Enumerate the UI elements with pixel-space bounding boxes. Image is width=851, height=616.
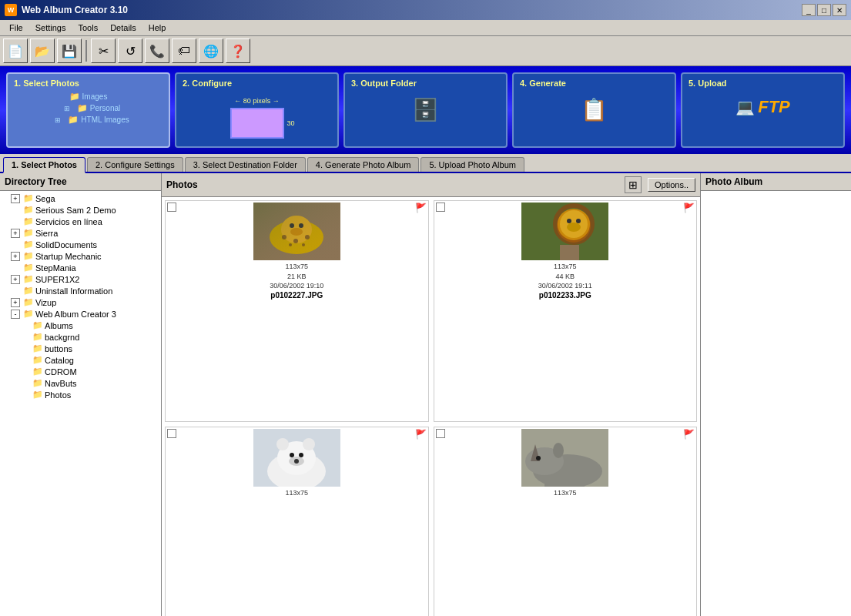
menu-item-details[interactable]: Details	[104, 22, 142, 34]
photo-flag-icon: 🚩	[683, 203, 695, 213]
steps-panel: 1. Select Photos📁 Images⊞ 📁 Personal⊞ 📁 …	[0, 66, 851, 154]
tree-node[interactable]: 📁 CDROM	[2, 366, 159, 377]
tree-node[interactable]: 📁 Servicios en línea	[2, 216, 159, 227]
tag-tool-button[interactable]: 🏷	[172, 38, 196, 63]
photo-flag-icon: 🚩	[415, 203, 427, 213]
app-title: Web Album Creator 3.10	[22, 5, 802, 15]
tree-node[interactable]: -📁 Web Album Creator 3	[2, 308, 159, 320]
album-header: Photo Album	[701, 173, 851, 191]
tree-node[interactable]: 📁 Catalog	[2, 354, 159, 366]
svg-point-17	[576, 219, 581, 223]
open-tool-button[interactable]: 📂	[30, 38, 55, 63]
photos-grid: 🚩 113x7521 KB30/06/2002 19:10p0102227.JP…	[162, 197, 700, 616]
step-box-1[interactable]: 1. Select Photos📁 Images⊞ 📁 Personal⊞ 📁 …	[6, 72, 170, 148]
svg-point-34	[553, 443, 564, 458]
tree-content[interactable]: +📁 Sega📁 Serious Sam 2 Demo📁 Servicios e…	[0, 191, 161, 616]
svg-rect-11	[253, 203, 340, 260]
tree-node[interactable]: +📁 Startup Mechanic	[2, 250, 159, 262]
photo-filename: p0102233.JPG	[539, 291, 591, 300]
tab-3.-select-destination-folder[interactable]: 3. Select Destination Folder	[185, 157, 306, 172]
folder-icon: 📁	[23, 263, 34, 273]
minimize-button[interactable]: _	[802, 4, 816, 16]
album-content	[701, 191, 851, 616]
tree-node[interactable]: +📁 SUPER1X2	[2, 273, 159, 285]
svg-point-26	[299, 453, 303, 457]
tree-node[interactable]: 📁 StepMania	[2, 262, 159, 273]
folder-icon: 📁	[32, 367, 43, 377]
menu-item-tools[interactable]: Tools	[72, 22, 104, 34]
config-preview: 30	[230, 108, 284, 139]
dir-tree-header: Directory Tree	[0, 173, 161, 191]
options-button[interactable]: Options..	[648, 178, 695, 192]
step-title-3: 3. Output Folder	[351, 79, 417, 88]
tab-4.-generate-photo-album[interactable]: 4. Generate Photo Album	[307, 157, 420, 172]
photo-checkbox[interactable]	[436, 203, 445, 212]
svg-rect-13	[560, 245, 579, 260]
close-button[interactable]: ✕	[833, 4, 846, 16]
maximize-button[interactable]: □	[817, 4, 831, 16]
photo-checkbox[interactable]	[167, 203, 176, 212]
svg-point-25	[290, 453, 294, 457]
toolbar: 📄📂💾✂↺📞🏷🌐❓	[0, 36, 851, 66]
generate-step-icon: 📋	[581, 97, 608, 122]
menu-item-help[interactable]: Help	[142, 22, 173, 34]
svg-rect-37	[575, 479, 585, 487]
step-tree-item[interactable]: ⊞ 📁 HTML Images	[47, 114, 129, 126]
tree-node[interactable]: 📁 Serious Sam 2 Demo	[2, 204, 159, 216]
folder-icon: 📁	[23, 251, 34, 261]
photo-album-panel: Photo Album	[701, 173, 851, 616]
step-tree-item[interactable]: 📁 Images	[69, 91, 108, 102]
step-box-5[interactable]: 5. Upload💻FTP	[681, 72, 845, 148]
globe-tool-button[interactable]: 🌐	[199, 38, 223, 63]
folder-icon: 📁	[23, 239, 34, 249]
tab-1.-select-photos[interactable]: 1. Select Photos	[3, 157, 85, 173]
photo-image-wrapper	[521, 429, 608, 487]
photo-info: 113x75	[554, 488, 577, 498]
svg-point-18	[567, 223, 581, 232]
svg-point-16	[567, 219, 571, 223]
folder-icon: 📁	[32, 320, 43, 330]
tree-node[interactable]: 📁 NavButs	[2, 377, 159, 389]
folder-icon: 📁	[32, 332, 43, 342]
folder-icon: 📁	[32, 355, 43, 365]
step-tree-item[interactable]: ⊞ 📁 Personal	[56, 102, 121, 114]
photo-checkbox[interactable]	[167, 429, 176, 438]
step-box-4[interactable]: 4. Generate📋	[512, 72, 676, 148]
folder-icon: 📁	[23, 228, 34, 238]
tree-node[interactable]: +📁 Sega	[2, 192, 159, 204]
undo-tool-button[interactable]: ↺	[118, 38, 142, 63]
directory-tree-panel: Directory Tree +📁 Sega📁 Serious Sam 2 De…	[0, 173, 162, 616]
cut-tool-button[interactable]: ✂	[91, 38, 116, 63]
svg-point-33	[536, 456, 541, 460]
folder-icon: 📁	[32, 390, 43, 400]
tree-node[interactable]: 📁 Uninstall Information	[2, 285, 159, 296]
new-tool-button[interactable]: 📄	[3, 38, 28, 63]
tree-node[interactable]: +📁 Sierra	[2, 227, 159, 239]
grid-view-button[interactable]: ⊞	[625, 176, 642, 193]
folder-icon: 📁	[32, 378, 43, 388]
tree-node[interactable]: 📁 backgrnd	[2, 331, 159, 343]
step-box-2[interactable]: 2. Configure← 80 pixels →30	[175, 72, 339, 148]
svg-point-28	[294, 459, 299, 464]
tab-2.-configure-settings[interactable]: 2. Configure Settings	[87, 157, 183, 172]
tree-node[interactable]: 📁 Albums	[2, 320, 159, 331]
photo-checkbox[interactable]	[436, 429, 445, 438]
toolbar-separator	[85, 40, 87, 62]
step-box-3[interactable]: 3. Output Folder🗄️	[343, 72, 508, 148]
photos-panel: Photos ⊞ Options.. 🚩 113x7521 KB30/06/20…	[162, 173, 701, 616]
tree-node[interactable]: 📁 SolidDocuments	[2, 239, 159, 250]
tree-node[interactable]: +📁 Vizup	[2, 296, 159, 308]
photo-item: 🚩 113x75	[434, 427, 698, 616]
folder-icon: 📁	[23, 205, 34, 215]
help-tool-button[interactable]: ❓	[226, 38, 250, 63]
tab-bar: 1. Select Photos2. Configure Settings3. …	[0, 154, 851, 173]
tab-5.-upload-photo-album[interactable]: 5. Upload Photo Album	[420, 157, 524, 172]
menu-item-settings[interactable]: Settings	[29, 22, 72, 34]
tree-node[interactable]: 📁 buttons	[2, 343, 159, 354]
save-tool-button[interactable]: 💾	[57, 38, 82, 63]
step-title-2: 2. Configure	[183, 79, 232, 88]
menu-item-file[interactable]: File	[3, 22, 29, 34]
tree-node[interactable]: 📁 Photos	[2, 389, 159, 400]
phone-tool-button[interactable]: 📞	[145, 38, 169, 63]
title-bar: W Web Album Creator 3.10 _ □ ✕	[0, 0, 851, 20]
